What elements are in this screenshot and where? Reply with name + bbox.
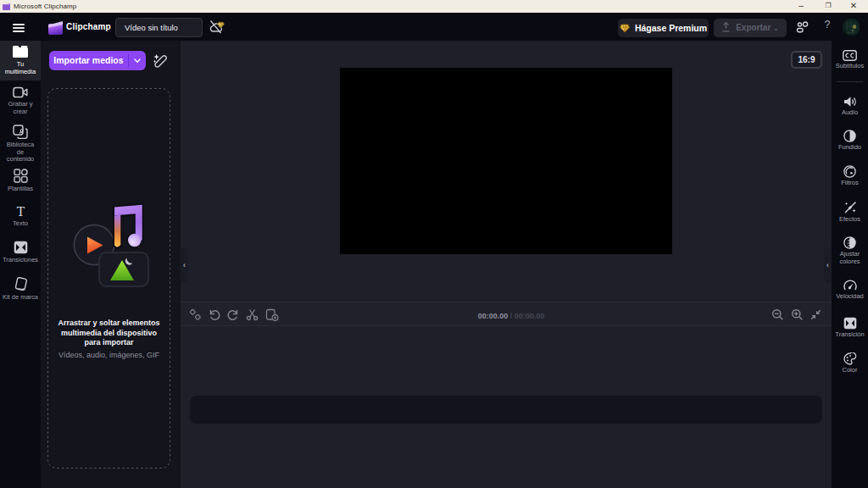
svg-text:T: T	[16, 205, 25, 218]
